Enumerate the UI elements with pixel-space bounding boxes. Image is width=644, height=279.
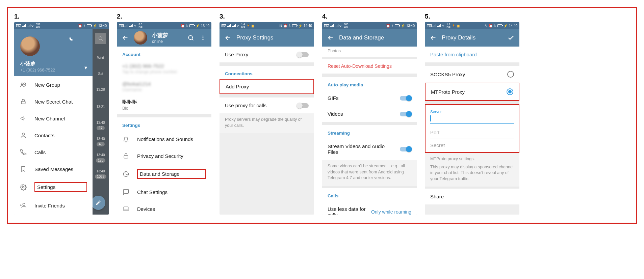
- server-field[interactable]: Server: [430, 108, 514, 125]
- lock-icon: [122, 152, 130, 160]
- mtproto-option[interactable]: MTProto Proxy: [425, 83, 519, 101]
- signal-icon: [22, 24, 26, 27]
- nav-new-secret-chat[interactable]: New Secret Chat: [14, 93, 93, 110]
- phone-3: HD ᯤ 1.4K/s 🏃 ▣ ℕ ⏰ᛒ ⚡ 14:40 Proxy Setti…: [220, 22, 314, 215]
- svg-point-3: [24, 83, 26, 85]
- nav-saved-messages[interactable]: Saved Messages: [14, 161, 93, 177]
- nav-faq[interactable]: Telegram FAQ: [14, 214, 93, 215]
- settings-notifications[interactable]: Notifications and Sounds: [117, 131, 211, 147]
- sim-icon: ▣: [457, 24, 460, 28]
- settings-privacy[interactable]: Privacy and Security: [117, 147, 211, 164]
- use-proxy-switch[interactable]: [297, 52, 309, 57]
- share-row[interactable]: Share: [425, 189, 519, 204]
- add-proxy-button[interactable]: Add Proxy: [220, 79, 314, 94]
- back-button[interactable]: [224, 34, 232, 41]
- status-bar: HD ᯤ 3.5K/s ⏰ᛒ ⚡ 13:40: [117, 22, 211, 29]
- wifi-icon: ᯤ: [31, 24, 35, 28]
- socks5-option[interactable]: SOCKS5 Proxy: [425, 66, 519, 83]
- svg-point-5: [22, 133, 25, 135]
- nav-settings[interactable]: Settings: [14, 177, 93, 197]
- videos-toggle-row[interactable]: Videos: [322, 106, 417, 122]
- less-data-row[interactable]: Use less data for calls Only while roami…: [322, 201, 417, 215]
- person-icon: [20, 132, 27, 139]
- stream-switch[interactable]: [400, 147, 411, 151]
- account-username[interactable]: @bokai1214 Username: [117, 78, 211, 95]
- search-button[interactable]: [187, 34, 195, 41]
- svg-point-7: [23, 203, 25, 205]
- stream-toggle-row[interactable]: Stream Videos and Audio Files: [322, 138, 417, 160]
- secret-field[interactable]: Secret: [430, 140, 514, 149]
- socks5-radio[interactable]: [507, 71, 514, 78]
- profile-name: 小菠萝: [152, 32, 182, 39]
- panel-1: 1. HD ᯤ 331B/s ⏰ ᛒ ⚡ 13:40 Wed Sat 13:28: [14, 13, 109, 215]
- page-title: Proxy Settings: [236, 34, 309, 41]
- svg-point-6: [23, 186, 24, 188]
- step-number-5: 5.: [425, 13, 519, 20]
- panel-2: 2. HD ᯤ 3.5K/s ⏰ᛒ ⚡ 13:40 小菠萝 online: [117, 13, 211, 215]
- back-button[interactable]: [122, 34, 129, 41]
- step-number-2: 2.: [117, 13, 211, 20]
- account-phone[interactable]: +1 (302) 966-7522 Tap to change phone nu…: [117, 60, 211, 78]
- nav-contacts[interactable]: Contacts: [14, 127, 93, 144]
- status-time: 13:40: [406, 24, 415, 28]
- videos-switch[interactable]: [400, 112, 411, 116]
- battery-icon: [292, 24, 297, 27]
- calls-header: Calls: [322, 188, 417, 201]
- proxy-fields-group: Server Port Secret: [425, 104, 519, 153]
- photos-row[interactable]: Photos: [322, 47, 417, 57]
- confirm-button[interactable]: [507, 34, 515, 42]
- back-button[interactable]: [430, 34, 437, 41]
- nav-new-group[interactable]: New Group: [14, 76, 93, 93]
- nav-new-channel[interactable]: New Channel: [14, 110, 93, 127]
- group-icon: [20, 81, 27, 88]
- bolt-icon: ⚡: [93, 24, 97, 28]
- step-number-1: 1.: [14, 13, 109, 20]
- laptop-icon: [122, 205, 130, 213]
- autoplay-header: Auto-play media: [322, 77, 417, 90]
- avatar[interactable]: [20, 36, 40, 56]
- chevron-down-icon[interactable]: ▾: [84, 64, 87, 71]
- overflow-menu-button[interactable]: [199, 35, 207, 41]
- proxy-details-header: Proxy Details: [425, 29, 519, 47]
- port-field[interactable]: Port: [430, 125, 514, 140]
- battery-icon: [189, 24, 194, 27]
- reset-auto-download[interactable]: Reset Auto-Download Settings: [322, 59, 417, 74]
- night-mode-toggle[interactable]: [67, 36, 74, 43]
- use-proxy-calls-row[interactable]: Use proxy for calls: [220, 97, 314, 113]
- use-proxy-toggle-row[interactable]: Use Proxy: [220, 47, 314, 62]
- svg-point-15: [203, 37, 204, 38]
- decorative-border: { "steps": ["1.","2.","3.","4.","5."], "…: [7, 7, 637, 224]
- phone-1: HD ᯤ 331B/s ⏰ ᛒ ⚡ 13:40 Wed Sat 13:28 13…: [14, 22, 109, 215]
- step-number-4: 4.: [322, 13, 417, 20]
- stream-note: Some videos can't be streamed – e.g., al…: [322, 160, 417, 186]
- mtproto-radio[interactable]: [507, 88, 513, 95]
- bell-icon: [122, 135, 130, 143]
- avatar[interactable]: [134, 31, 147, 45]
- bluetooth-icon: ᛒ: [83, 24, 85, 28]
- use-proxy-calls-switch[interactable]: [297, 103, 309, 108]
- compose-fab[interactable]: [91, 196, 105, 210]
- chat-icon: [122, 188, 130, 196]
- settings-chat[interactable]: Chat Settings: [117, 184, 211, 200]
- less-data-value: Only while roaming: [371, 209, 411, 215]
- running-man-icon: 🏃: [246, 24, 250, 28]
- back-button[interactable]: [327, 34, 334, 41]
- svg-rect-4: [21, 101, 25, 104]
- phone-icon: [20, 148, 27, 156]
- nav-calls[interactable]: Calls: [14, 144, 93, 161]
- status-time: 14:40: [509, 24, 517, 28]
- nav-invite-friends[interactable]: Invite Friends: [14, 197, 93, 214]
- account-bio[interactable]: 咻咻咻 Bio: [117, 95, 211, 114]
- settings-devices[interactable]: Devices: [117, 200, 211, 215]
- settings-data-storage[interactable]: Data and Storage: [117, 164, 211, 184]
- phone-5: HD ᯤ 1.2K/s 🏃 ▣ ℕ ⏰ᛒ ⚡ 14:40 Proxy Detai…: [425, 22, 519, 215]
- phone-4: HD ᯤ 603B/s ⏰ᛒ ⚡ 13:40 Data and Storage …: [322, 22, 417, 215]
- phone-2: HD ᯤ 3.5K/s ⏰ᛒ ⚡ 13:40 小菠萝 online Ac: [117, 22, 211, 215]
- paste-clipboard-button[interactable]: Paste from clipboard: [425, 47, 519, 62]
- gifs-toggle-row[interactable]: GIFs: [322, 90, 417, 106]
- status-time: 14:40: [304, 24, 312, 28]
- gifs-switch[interactable]: [400, 96, 411, 101]
- calls-note: Proxy servers may degrade the quality of…: [220, 113, 314, 133]
- signal-icon-2: [27, 24, 30, 27]
- gear-icon: [20, 184, 27, 191]
